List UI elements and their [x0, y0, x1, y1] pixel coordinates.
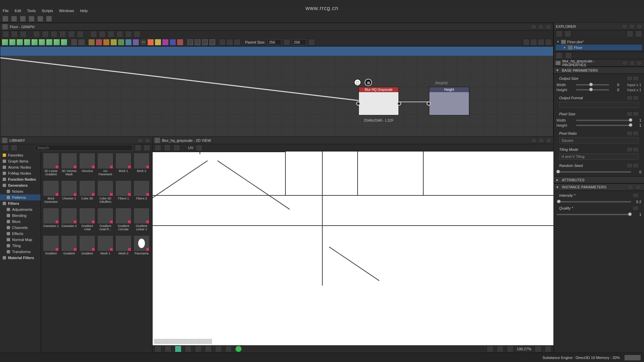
library-category[interactable]: Blending	[0, 213, 41, 219]
library-tree[interactable]: FavoritesGraph ItemsAtomic NodesFxMap No…	[0, 152, 41, 353]
close-icon[interactable]	[546, 24, 551, 29]
library-thumb[interactable]: Panorama	[133, 235, 150, 262]
color-node-icon[interactable]	[155, 39, 161, 46]
tool-btn[interactable]	[11, 31, 18, 38]
tiling-mode-combo[interactable]: H and V Tiling	[559, 154, 639, 160]
library-thumb[interactable]: Gradient Axial R...	[97, 208, 114, 235]
link-icon[interactable]	[42, 31, 49, 38]
save-icon[interactable]	[556, 31, 562, 37]
inherit-icon[interactable]	[627, 147, 633, 152]
library-category[interactable]: Atomic Nodes	[0, 164, 41, 170]
node-input-port[interactable]	[427, 102, 431, 106]
frame-icon[interactable]	[187, 39, 194, 46]
atomic-node-icon[interactable]	[2, 39, 8, 46]
maximize-icon[interactable]	[630, 61, 635, 65]
center-icon[interactable]	[497, 346, 503, 352]
layers-icon[interactable]	[155, 346, 161, 352]
library-thumb[interactable]: Arc Pavement	[97, 153, 114, 180]
menu-help[interactable]: Help	[80, 9, 88, 13]
library-thumb[interactable]: Brick 2	[133, 153, 150, 180]
frame-icon[interactable]	[202, 39, 208, 46]
reset-icon[interactable]	[633, 96, 639, 100]
reset-icon[interactable]	[633, 112, 639, 116]
copy-image-icon[interactable]	[164, 144, 171, 151]
reset-icon[interactable]	[633, 147, 639, 152]
explorer-file-row[interactable]: ▾ Floor.sbs*	[556, 39, 642, 45]
color-node-icon[interactable]	[125, 39, 132, 46]
save-image-icon[interactable]	[155, 144, 161, 151]
info-icon[interactable]	[33, 31, 40, 38]
home-icon[interactable]	[3, 16, 8, 21]
frame-icon[interactable]	[194, 39, 201, 46]
color-node-icon[interactable]	[162, 39, 169, 46]
library-category[interactable]: Channels	[0, 225, 41, 231]
library-search-input[interactable]	[35, 145, 133, 151]
pin-icon[interactable]	[622, 24, 627, 29]
library-category[interactable]: Noises	[0, 188, 41, 194]
close-icon[interactable]	[145, 138, 150, 143]
view-icon[interactable]	[530, 39, 537, 46]
pheight-slider[interactable]	[576, 125, 631, 126]
tool-btn[interactable]	[2, 31, 9, 38]
library-thumb[interactable]: Brick Generator	[42, 180, 60, 207]
node-action-icon[interactable]: 📋	[354, 79, 361, 86]
zoom-icon[interactable]	[507, 346, 514, 352]
expand-icon[interactable]	[627, 31, 633, 37]
library-category[interactable]: Normal Map	[0, 237, 41, 243]
grid-icon[interactable]	[185, 346, 192, 352]
inherit-icon[interactable]	[627, 112, 633, 116]
number-node-icon[interactable]: .01	[140, 39, 147, 46]
inherit-icon[interactable]	[627, 96, 633, 100]
library-category[interactable]: Patterns	[0, 194, 41, 200]
width-slider[interactable]	[576, 84, 609, 85]
align-icon[interactable]	[68, 31, 75, 38]
filter-icon[interactable]	[135, 144, 142, 151]
flow-icon[interactable]	[99, 31, 106, 38]
intensity-slider[interactable]	[556, 201, 631, 202]
graph-canvas[interactable]: 📋 ▦ Blur HQ Grayscale 2048x2048 - L32F (…	[0, 47, 553, 136]
library-thumb[interactable]: Mesh 1	[97, 235, 114, 262]
color-node-icon[interactable]	[110, 39, 117, 46]
maximize-icon[interactable]	[138, 138, 143, 143]
inherit-icon[interactable]	[627, 131, 633, 136]
menu-edit[interactable]: Edit	[15, 9, 21, 13]
color-node-icon[interactable]	[169, 39, 176, 46]
paste-image-icon[interactable]	[173, 144, 180, 151]
library-category[interactable]: Filters	[0, 200, 41, 206]
reset-icon[interactable]	[633, 193, 639, 198]
menu-tools[interactable]: Tools	[27, 9, 36, 13]
library-thumb[interactable]: Gradient	[42, 235, 60, 262]
atomic-node-icon[interactable]	[46, 39, 53, 46]
output-format-combo[interactable]	[559, 102, 639, 108]
color-node-icon[interactable]	[88, 39, 95, 46]
atomic-node-icon[interactable]	[16, 39, 23, 46]
color-node-icon[interactable]	[177, 39, 183, 46]
color-node-icon[interactable]	[96, 39, 102, 46]
collapse-icon[interactable]	[635, 31, 642, 37]
export-icon[interactable]	[134, 31, 141, 38]
info-tab-icon[interactable]	[565, 52, 572, 59]
fit-icon[interactable]	[487, 346, 493, 352]
refresh-icon[interactable]	[565, 31, 571, 37]
refresh-icon[interactable]	[308, 39, 315, 46]
pin-icon[interactable]	[531, 24, 536, 29]
settings-icon[interactable]	[545, 39, 552, 46]
inherit-icon[interactable]	[627, 163, 633, 168]
redo-icon[interactable]	[46, 16, 52, 21]
close-icon[interactable]	[637, 24, 642, 29]
library-grid[interactable]: 3D Linear Gradient3D Volume MaskAlveolus…	[41, 152, 152, 353]
reload-icon[interactable]	[11, 16, 17, 21]
undo-icon[interactable]	[38, 16, 43, 21]
status-dot-icon[interactable]	[235, 346, 242, 352]
pwidth-slider[interactable]	[576, 120, 631, 121]
add-filter-icon[interactable]	[144, 144, 150, 151]
menu-scripts[interactable]: Scripts	[42, 9, 53, 13]
node-action-icon[interactable]: ▦	[365, 79, 372, 86]
library-thumb[interactable]: Gradient	[78, 235, 96, 262]
menu-file[interactable]: File	[3, 9, 9, 13]
collapse-tree-icon[interactable]	[2, 144, 9, 151]
wand-icon[interactable]	[125, 31, 132, 38]
channel-icon[interactable]	[165, 346, 171, 352]
library-category[interactable]: Material Filters	[0, 255, 41, 261]
grid-icon[interactable]	[78, 39, 85, 46]
